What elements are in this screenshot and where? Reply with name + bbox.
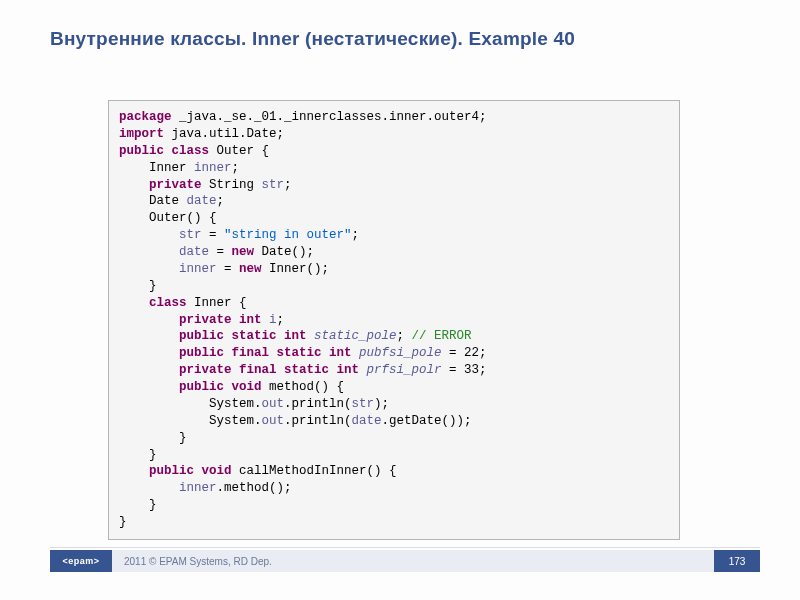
- static-field: static_pole: [314, 329, 397, 343]
- t: java.util.Date;: [164, 127, 284, 141]
- t: ;: [277, 313, 285, 327]
- t: [352, 346, 360, 360]
- t: callMethodInInner() {: [232, 464, 397, 478]
- t: [307, 329, 315, 343]
- t: Outer() {: [119, 211, 217, 225]
- t: Date();: [254, 245, 314, 259]
- comment: // ERROR: [412, 329, 472, 343]
- t: =: [209, 245, 232, 259]
- field: str: [352, 397, 375, 411]
- t: =: [202, 228, 225, 242]
- t: ;: [352, 228, 360, 242]
- code-block: package _java._se._01._innerclasses.inne…: [108, 100, 680, 540]
- t: =: [217, 262, 240, 276]
- field: date: [352, 414, 382, 428]
- footer-logo-box: <epam>: [50, 550, 112, 572]
- kw: public void: [179, 380, 262, 394]
- field: inner: [194, 161, 232, 175]
- t: System.: [119, 397, 262, 411]
- page-number: 173: [714, 550, 760, 572]
- t: Inner: [119, 161, 194, 175]
- t: .println(: [284, 414, 352, 428]
- t: [119, 245, 179, 259]
- footer: <epam> 2011 © EPAM Systems, RD Dep. 173: [50, 550, 760, 572]
- kw: private int: [179, 313, 262, 327]
- t: Date: [119, 194, 187, 208]
- kw: public class: [119, 144, 209, 158]
- t: }: [119, 448, 157, 462]
- kw: new: [232, 245, 255, 259]
- t: String: [202, 178, 262, 192]
- field: inner: [179, 262, 217, 276]
- t: }: [119, 498, 157, 512]
- field: i: [269, 313, 277, 327]
- field: date: [179, 245, 209, 259]
- slide: Внутренние классы. Inner (нестатические)…: [0, 0, 800, 600]
- t: = 22;: [442, 346, 487, 360]
- t: System.: [119, 414, 262, 428]
- t: .println(: [284, 397, 352, 411]
- field: str: [262, 178, 285, 192]
- kw: private: [149, 178, 202, 192]
- kw: public static int: [179, 329, 307, 343]
- t: ;: [232, 161, 240, 175]
- t: [262, 313, 270, 327]
- epam-logo: <epam>: [62, 556, 99, 566]
- kw: package: [119, 110, 172, 124]
- t: }: [119, 515, 127, 529]
- out-field: out: [262, 414, 285, 428]
- t: .method();: [217, 481, 292, 495]
- field: inner: [179, 481, 217, 495]
- t: Inner {: [187, 296, 247, 310]
- t: [119, 228, 179, 242]
- t: = 33;: [442, 363, 487, 377]
- t: _java._se._01._innerclasses.inner.outer4…: [172, 110, 487, 124]
- field: str: [179, 228, 202, 242]
- t: }: [119, 431, 187, 445]
- t: [119, 481, 179, 495]
- kw: public void: [149, 464, 232, 478]
- t: [359, 363, 367, 377]
- field: date: [187, 194, 217, 208]
- static-field: prfsi_polr: [367, 363, 442, 377]
- t: ;: [397, 329, 412, 343]
- t: Inner();: [262, 262, 330, 276]
- t: [119, 262, 179, 276]
- kw: private final static int: [179, 363, 359, 377]
- footer-copyright: 2011 © EPAM Systems, RD Dep.: [112, 550, 714, 572]
- kw: new: [239, 262, 262, 276]
- kw: class: [149, 296, 187, 310]
- t: Outer {: [209, 144, 269, 158]
- out-field: out: [262, 397, 285, 411]
- divider: [50, 547, 760, 548]
- string: "string in outer": [224, 228, 352, 242]
- t: }: [119, 279, 157, 293]
- t: ;: [284, 178, 292, 192]
- t: .getDate());: [382, 414, 472, 428]
- t: method() {: [262, 380, 345, 394]
- slide-title: Внутренние классы. Inner (нестатические)…: [50, 28, 750, 50]
- t: );: [374, 397, 389, 411]
- kw: import: [119, 127, 164, 141]
- t: ;: [217, 194, 225, 208]
- kw: public final static int: [179, 346, 352, 360]
- static-field: pubfsi_pole: [359, 346, 442, 360]
